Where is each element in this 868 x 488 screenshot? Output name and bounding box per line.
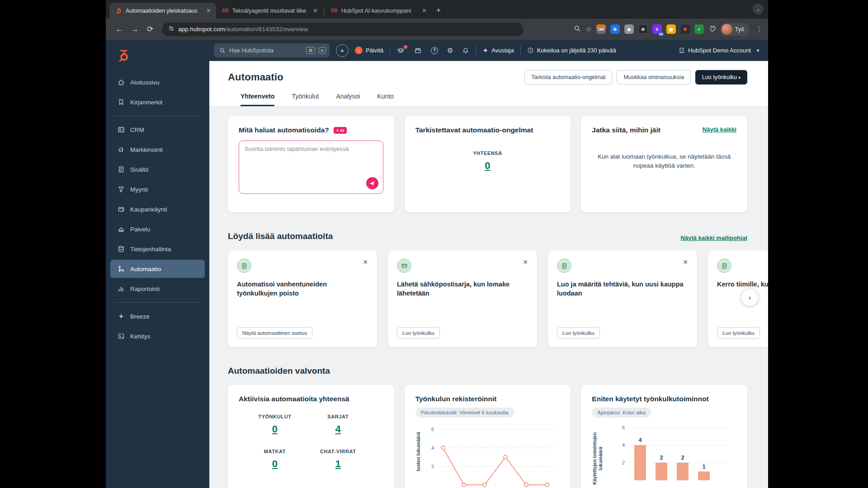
extension-s-icon[interactable]: S18 bbox=[652, 24, 662, 34]
site-info-icon[interactable] bbox=[168, 25, 175, 33]
chevron-down-icon: ▼ bbox=[756, 48, 760, 53]
academy-icon[interactable] bbox=[396, 47, 405, 54]
carousel-next-button[interactable]: › bbox=[741, 289, 758, 306]
global-search[interactable]: Hae HubSpotista ⌘ K bbox=[214, 43, 330, 57]
tab-title: HubSpot AI-kasvukumppani bbox=[341, 8, 417, 14]
browser-tab-active[interactable]: Automaatioiden yleiskatsaus ✕ bbox=[109, 3, 216, 19]
sidebar-item-automation[interactable]: Automaatio bbox=[110, 260, 205, 278]
content-icon bbox=[118, 166, 125, 173]
total-label: YHTEENSÄ bbox=[415, 150, 560, 156]
create-workflow-button[interactable]: Luo työnkulku ▾ bbox=[695, 70, 747, 84]
sidebar-item-development[interactable]: Kehitys bbox=[110, 327, 205, 345]
extension-meter-icon[interactable]: 190 bbox=[596, 24, 606, 34]
account-menu[interactable]: HubSpot Demo Account ▼ bbox=[679, 47, 760, 54]
ai-prompt-box bbox=[239, 141, 383, 194]
svg-text:2: 2 bbox=[431, 464, 434, 469]
sidebar-item-sales[interactable]: Myynti bbox=[110, 180, 205, 198]
close-icon[interactable]: ✕ bbox=[523, 258, 528, 266]
sidebar-item-home[interactable]: Aloitussivu bbox=[110, 73, 205, 91]
show-all-templates-link[interactable]: Näytä kaikki mallipohjat bbox=[681, 235, 747, 241]
tab-close-icon[interactable]: ✕ bbox=[311, 7, 319, 14]
tab-analyze[interactable]: Analysoi bbox=[336, 93, 360, 106]
tab-divider bbox=[324, 7, 324, 15]
svg-text:1: 1 bbox=[702, 464, 705, 470]
sidebar-item-bookmarks[interactable]: Kirjanmerkit bbox=[110, 93, 205, 111]
sidebar-item-crm[interactable]: CRM bbox=[110, 121, 205, 139]
template-cta-button[interactable]: Näytä automaattinen asetus bbox=[237, 327, 312, 339]
upgrade-link[interactable]: ↑ Päivitä bbox=[355, 47, 383, 54]
notifications-bell-icon[interactable] bbox=[462, 47, 469, 54]
tab-health[interactable]: Kunto bbox=[377, 93, 394, 106]
assistant-link[interactable]: ✦ Avustaja bbox=[482, 47, 514, 55]
sidebar-item-data[interactable]: Tietojenhallinta bbox=[110, 240, 205, 258]
trial-countdown[interactable]: Kokeilua on jäljellä 230 päivää bbox=[527, 47, 616, 54]
stat-value-link[interactable]: 1 bbox=[335, 458, 341, 470]
sidebar-item-commerce[interactable]: Kaupankäynti bbox=[110, 200, 205, 218]
template-cta-button[interactable]: Luo työnkulku bbox=[397, 327, 440, 339]
tab-title: Tekoälyagentit muuttavat liike bbox=[232, 8, 308, 14]
time-period-filter[interactable]: Ajanjakso: Koko aika bbox=[592, 408, 651, 418]
forward-button[interactable]: → bbox=[128, 25, 141, 34]
sidebar-item-reporting[interactable]: Raportointi bbox=[110, 280, 205, 298]
tab-workflows[interactable]: Työnkulut bbox=[292, 93, 319, 106]
extension-camera-icon[interactable]: ◉ bbox=[624, 24, 634, 34]
browser-tab-3[interactable]: CO HubSpot AI-kasvukumppani ✕ bbox=[325, 3, 432, 19]
extensions-puzzle-icon[interactable] bbox=[708, 25, 716, 33]
paper-plane-icon bbox=[369, 181, 375, 186]
bookmark-icon bbox=[118, 99, 125, 106]
page-url: app.hubspot.com/automation/8143532/overv… bbox=[178, 26, 308, 33]
template-cta-button[interactable]: Luo työnkulku bbox=[717, 327, 760, 339]
template-cta-button[interactable]: Luo työnkulku bbox=[557, 327, 600, 339]
browser-profile-chip[interactable]: Työ bbox=[720, 23, 750, 36]
extension-blocker-icon[interactable]: Ø bbox=[638, 24, 648, 34]
tab-search-button[interactable]: ⌄ bbox=[753, 4, 764, 14]
ai-prompt-input[interactable] bbox=[245, 145, 377, 176]
sidebar-item-content[interactable]: Sisältö bbox=[110, 160, 205, 178]
back-button[interactable]: ← bbox=[113, 25, 126, 34]
close-icon[interactable]: ✕ bbox=[363, 258, 368, 266]
bar-chart-icon bbox=[118, 285, 125, 292]
date-range-filter[interactable]: Päivämääräväli: Viimeiset 6 kuukautta bbox=[415, 408, 514, 418]
close-icon[interactable]: ✕ bbox=[683, 258, 688, 266]
funnel-icon bbox=[118, 186, 125, 193]
send-prompt-button[interactable] bbox=[366, 177, 378, 189]
contact-card-icon bbox=[118, 126, 125, 133]
template-card-clipped: Kerro tiimille, kun lomake lähetetään Lu… bbox=[708, 250, 768, 347]
browser-tab-2[interactable]: CO Tekoälyagentit muuttavat liike ✕ bbox=[216, 3, 323, 19]
check-problems-button[interactable]: Tarkista automaatio-ongelmat bbox=[524, 70, 612, 84]
show-all-link[interactable]: Näytä kaikki bbox=[703, 126, 736, 133]
svg-text:4: 4 bbox=[622, 442, 624, 448]
sidebar-item-marketing[interactable]: Markkinointi bbox=[110, 141, 205, 159]
templates-carousel: ✕ Automatisoi vanhentuneiden työnkulkuje… bbox=[228, 250, 747, 347]
extension-hubspot-icon[interactable]: ❋ bbox=[680, 24, 690, 34]
home-icon bbox=[118, 79, 125, 86]
sidebar-item-service[interactable]: Palvelu bbox=[110, 220, 205, 238]
stat-value-link[interactable]: 0 bbox=[272, 458, 278, 470]
tab-overview[interactable]: Yhteenveto bbox=[241, 93, 274, 106]
bookmark-star-icon[interactable]: ☆ bbox=[585, 25, 591, 33]
reload-button[interactable]: ⟳ bbox=[144, 24, 156, 34]
browser-menu-icon[interactable]: ⋮ bbox=[756, 25, 763, 33]
sparkle-icon bbox=[118, 313, 125, 320]
y-axis-label: tusten lukumäärä bbox=[415, 432, 421, 471]
quick-create-button[interactable]: + bbox=[336, 44, 349, 57]
extension-settings-icon[interactable]: ⚙ bbox=[610, 24, 620, 34]
marketplace-icon[interactable] bbox=[414, 47, 422, 54]
edit-properties-button[interactable]: Muokkaa ominaisuuksia bbox=[617, 70, 690, 84]
hubspot-logo-icon[interactable] bbox=[118, 50, 209, 63]
stat-value-link[interactable]: 0 bbox=[272, 423, 278, 435]
tab-close-icon[interactable]: ✕ bbox=[420, 7, 428, 14]
address-bar[interactable]: app.hubspot.com/automation/8143532/overv… bbox=[162, 23, 524, 36]
tab-close-icon[interactable]: ✕ bbox=[205, 7, 212, 14]
stat-value-link[interactable]: 4 bbox=[335, 423, 341, 435]
new-tab-button[interactable]: + bbox=[436, 6, 441, 15]
upgrade-icon: ↑ bbox=[355, 47, 363, 54]
problems-total-link[interactable]: 0 bbox=[485, 160, 490, 172]
extension-grid-icon[interactable]: ▦ bbox=[666, 24, 676, 34]
settings-gear-icon[interactable]: ⚙ bbox=[447, 47, 453, 55]
extension-shield-icon[interactable]: ✓ bbox=[694, 24, 704, 34]
sidebar-item-breeze[interactable]: Breeze bbox=[110, 307, 205, 325]
help-icon[interactable]: ? bbox=[431, 47, 438, 54]
search-tabs-icon[interactable] bbox=[574, 25, 581, 33]
notify-template-icon bbox=[717, 258, 731, 273]
